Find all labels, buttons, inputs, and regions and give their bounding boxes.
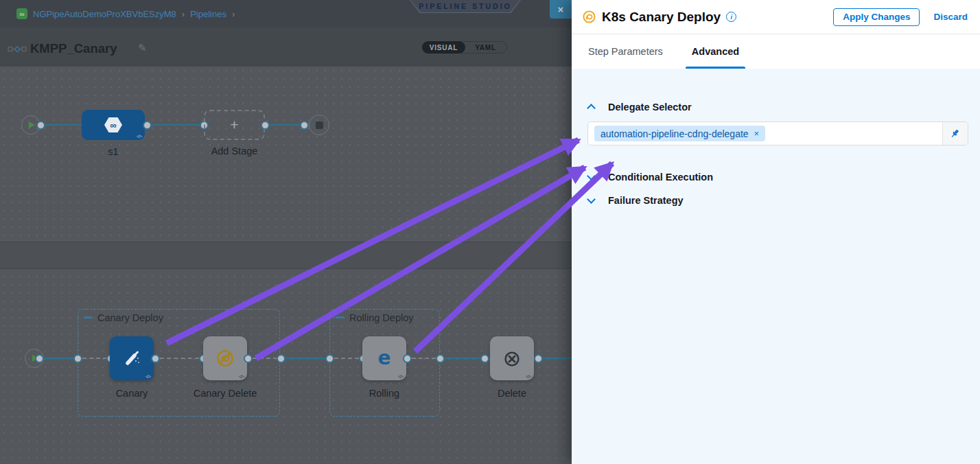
pipeline-studio-badge-label: PIPELINE STUDIO [410, 0, 520, 12]
chevron-down-icon[interactable] [587, 195, 596, 204]
stage-label: s1 [82, 146, 145, 157]
connector-dot [151, 354, 160, 363]
step-code-icon[interactable]: </> [145, 374, 150, 379]
toggle-visual[interactable]: VISUAL [422, 41, 465, 54]
delegate-selector-input[interactable]: automation-pipeline-cdng-delegate × [587, 121, 968, 146]
group-title-canary-deploy: Canary Deploy [97, 312, 163, 323]
remove-tag-icon[interactable]: × [754, 128, 760, 139]
close-studio-button[interactable]: × [550, 0, 572, 19]
canary-delete-step-icon [216, 349, 234, 367]
pipeline-studio-screen: ∞ NGPipeAutoDemoProXBVbESzyM8 › Pipeline… [0, 0, 980, 464]
pipeline-schematic-icon [8, 44, 27, 54]
step-config-panel: K8s Canary Deploy i Apply Changes Discar… [572, 0, 980, 464]
graph-edge [45, 124, 82, 126]
stage-code-icon[interactable]: </> [137, 134, 141, 139]
breadcrumb-separator: › [182, 9, 185, 19]
graph-dashed-edge [253, 358, 277, 359]
graph-dashed-edge [82, 358, 107, 359]
panel-title: K8s Canary Deploy [602, 10, 721, 25]
delegate-tag: automation-pipeline-cdng-delegate × [594, 126, 765, 141]
connector-dot [143, 121, 152, 130]
tab-step-parameters[interactable]: Step Parameters [588, 34, 663, 69]
delete-step-icon: ⊗ [503, 347, 522, 369]
connector-dot [534, 354, 543, 363]
step-code-icon[interactable]: </> [239, 374, 244, 379]
stage-node-s1[interactable]: ∞ </> [82, 110, 145, 140]
toggle-yaml[interactable]: YAML [465, 42, 506, 53]
add-stage-button[interactable]: + [204, 110, 265, 140]
connector-dot [325, 354, 334, 363]
project-logo-icon: ∞ [16, 8, 27, 19]
collapse-group-icon[interactable] [336, 316, 345, 318]
visual-yaml-toggle: VISUAL YAML [422, 41, 507, 54]
connector-dot [300, 121, 309, 130]
graph-dashed-edge [160, 358, 199, 359]
stop-icon [316, 121, 323, 129]
graph-edge [543, 358, 572, 359]
step-node-canary[interactable]: </> [110, 336, 154, 380]
step-label-rolling: Rolling [350, 388, 419, 399]
graph-edge [285, 358, 325, 359]
pin-button[interactable] [942, 122, 968, 145]
connector-dot [73, 354, 82, 363]
step-group-canary-deploy[interactable] [78, 309, 280, 417]
pin-icon [950, 128, 961, 139]
step-node-delete[interactable]: ⊗ </> [490, 336, 534, 380]
info-icon[interactable]: i [726, 12, 736, 22]
panel-content: Delegate Selector automation-pipeline-cd… [572, 69, 980, 464]
graph-dashed-edge [334, 358, 359, 359]
step-label-canary-delete: Canary Delete [184, 388, 266, 399]
tab-advanced-panel[interactable]: Advanced [692, 34, 739, 69]
canary-step-icon [120, 347, 143, 370]
breadcrumb-separator: › [232, 9, 235, 19]
group-title-rolling-deploy: Rolling Deploy [349, 312, 414, 323]
panel-header: K8s Canary Deploy i Apply Changes Discar… [572, 0, 980, 34]
connector-dot [261, 121, 270, 130]
step-label-delete: Delete [485, 388, 539, 399]
pipeline-end-node [309, 115, 329, 135]
connector-dot [244, 354, 253, 363]
collapse-group-icon[interactable] [84, 316, 93, 318]
edit-pipeline-name-icon[interactable]: ✎ [138, 42, 147, 54]
breadcrumb: ∞ NGPipeAutoDemoProXBVbESzyM8 › Pipeline… [16, 0, 235, 27]
step-node-rolling[interactable]: e </> [362, 336, 406, 380]
breadcrumb-project[interactable]: NGPipeAutoDemoProXBVbESzyM8 [33, 9, 176, 19]
graph-dashed-edge [412, 358, 436, 359]
graph-edge [44, 358, 78, 359]
connector-dot [436, 354, 445, 363]
connector-dot [36, 121, 45, 130]
pipeline-studio-badge: PIPELINE STUDIO [410, 0, 521, 13]
play-icon [29, 121, 35, 128]
panel-tab-bar: Step Parameters Advanced [572, 34, 980, 69]
apply-changes-button[interactable]: Apply Changes [833, 8, 920, 26]
delegate-tag-label: automation-pipeline-cdng-delegate [600, 128, 749, 139]
section-conditional-execution[interactable]: Conditional Execution [608, 172, 713, 183]
stage-tab-bar [0, 242, 572, 269]
step-code-icon[interactable]: </> [398, 374, 403, 379]
breadcrumb-pipelines[interactable]: Pipelines [190, 9, 226, 19]
connector-dot [480, 354, 489, 363]
k8s-canary-icon [583, 10, 596, 23]
discard-button[interactable]: Discard [933, 12, 968, 22]
chevron-up-icon[interactable] [587, 104, 596, 113]
step-node-canary-delete[interactable]: </> [203, 336, 247, 380]
connector-dot [35, 354, 44, 363]
pipeline-title: KMPP_Canary [30, 41, 117, 56]
graph-edge [152, 124, 200, 126]
section-failure-strategy[interactable]: Failure Strategy [608, 195, 684, 206]
stage-type-icon: ∞ [104, 117, 122, 132]
section-delegate-selector[interactable]: Delegate Selector [608, 102, 692, 113]
add-stage-label: Add Stage [204, 146, 265, 156]
rolling-step-icon: e [378, 349, 391, 368]
graph-edge [445, 358, 480, 359]
chevron-down-icon[interactable] [587, 172, 596, 181]
connector-dot [403, 354, 412, 363]
graph-edge [270, 124, 300, 126]
step-code-icon[interactable]: </> [526, 374, 530, 379]
step-label-canary: Canary [99, 388, 165, 399]
connector-dot [277, 354, 285, 363]
